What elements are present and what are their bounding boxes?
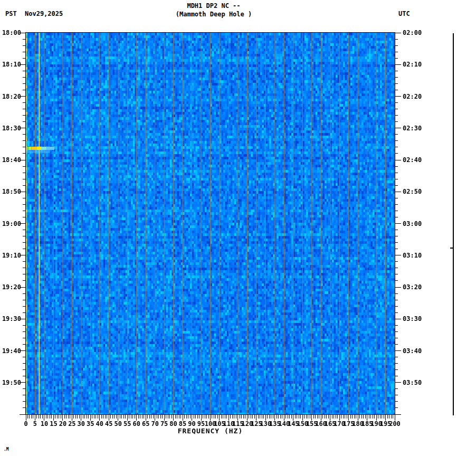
x-axis-tick <box>205 415 205 419</box>
x-axis-tick <box>29 415 30 419</box>
x-axis-tick <box>306 415 307 419</box>
x-axis-tick <box>168 415 168 419</box>
x-axis-label-hz: 60 <box>132 421 140 427</box>
x-axis-tick <box>169 415 170 419</box>
y-axis-tick-left <box>23 261 26 262</box>
x-axis-tick <box>273 415 273 419</box>
x-axis-tick <box>251 415 251 419</box>
x-axis-tick <box>387 415 388 419</box>
y-axis-tick-right <box>395 204 398 205</box>
y-axis-tick-left <box>23 52 26 52</box>
x-axis-label-hz: 70 <box>151 421 158 427</box>
x-axis-tick <box>190 415 191 419</box>
x-axis-tick <box>245 415 245 419</box>
x-axis-tick <box>135 415 135 419</box>
x-axis-tick <box>236 415 236 419</box>
y-axis-tick-right <box>395 280 398 281</box>
y-axis-tick-right <box>395 230 398 230</box>
y-axis-label-pst: 18:50 <box>0 188 21 195</box>
x-axis-tick <box>336 415 336 419</box>
x-axis-label-hz: 80 <box>169 421 177 427</box>
amplitude-trace-notch <box>450 248 453 249</box>
y-axis-tick-left <box>23 331 26 332</box>
x-axis-tick <box>50 415 50 419</box>
x-axis-tick <box>269 415 270 419</box>
y-axis-tick-right <box>395 64 401 65</box>
y-axis-tick-left <box>23 71 26 71</box>
y-axis-tick-right <box>395 211 398 211</box>
x-axis-tick <box>114 415 115 419</box>
x-axis-tick <box>107 415 107 419</box>
y-axis-tick-right <box>395 39 398 40</box>
x-axis-tick <box>267 415 268 419</box>
y-axis-label-pst: 19:10 <box>0 252 21 259</box>
x-axis-tick <box>87 415 87 419</box>
x-axis-tick <box>310 415 310 419</box>
x-axis-tick <box>332 415 332 419</box>
y-axis-tick-right <box>395 338 398 338</box>
y-axis-tick-left <box>23 121 26 122</box>
y-axis-tick-left <box>23 90 26 90</box>
y-axis-tick-right <box>395 306 398 307</box>
y-axis-label-utc: 02:00 <box>403 30 422 36</box>
x-axis-tick <box>225 415 225 419</box>
x-axis-tick <box>288 415 288 419</box>
y-axis-tick-right <box>395 344 398 345</box>
x-axis-tick <box>31 415 32 419</box>
y-axis-tick-right <box>395 153 398 154</box>
x-axis-tick <box>260 415 260 419</box>
y-axis-label-utc: 02:10 <box>403 61 422 68</box>
y-axis-tick-left <box>23 357 26 357</box>
x-axis-tick <box>217 415 218 419</box>
x-axis-tick <box>326 415 327 419</box>
y-axis-tick-right <box>395 147 398 147</box>
y-axis-tick-left <box>23 388 26 389</box>
x-axis-tick <box>208 415 209 419</box>
y-axis-tick-right <box>395 325 398 326</box>
x-axis-tick <box>112 415 113 419</box>
x-axis-label-hz: 50 <box>115 421 122 427</box>
x-axis-tick <box>382 415 382 419</box>
spectrogram-canvas <box>26 33 395 414</box>
y-axis-tick-left <box>23 312 26 313</box>
x-axis-tick <box>319 415 319 419</box>
x-axis-label-hz: 15 <box>50 421 57 427</box>
x-axis-tick <box>186 415 187 419</box>
x-axis-tick <box>131 415 131 419</box>
x-axis-tick <box>79 415 80 419</box>
x-axis-label-hz: 200 <box>389 421 401 427</box>
spectrogram-page: PST Nov29,2025 UTC MDH1 DP2 NC -- (Mammo… <box>0 0 476 456</box>
y-axis-tick-right <box>395 217 398 217</box>
page-subtitle: (Mammoth Deep Hole ) <box>0 10 427 18</box>
x-axis-tick <box>317 415 318 419</box>
y-axis-label-pst: 18:30 <box>0 125 21 131</box>
y-axis-tick-left <box>23 268 26 268</box>
y-axis-tick-left <box>23 109 26 109</box>
x-axis-tick <box>162 415 163 419</box>
x-axis-tick <box>226 415 227 419</box>
y-axis-tick-left <box>23 83 26 84</box>
y-axis-tick-right <box>395 128 401 128</box>
y-axis-tick-right <box>395 369 398 370</box>
y-axis-label-utc: 02:50 <box>403 188 422 195</box>
x-axis-tick <box>180 415 181 419</box>
y-axis-tick-right <box>395 255 401 255</box>
y-axis-tick-left <box>23 300 26 300</box>
x-axis-tick <box>129 415 129 419</box>
y-axis-tick-left <box>23 45 26 46</box>
y-axis-tick-left <box>23 77 26 78</box>
y-axis-tick-left <box>23 217 26 217</box>
x-axis-tick <box>175 415 176 419</box>
y-axis-tick-right <box>395 192 401 192</box>
spectrogram-plot-frame <box>25 32 395 415</box>
y-axis-label-utc: 03:40 <box>403 348 422 354</box>
x-axis-label-hz: 30 <box>78 421 85 427</box>
x-axis-tick <box>147 415 148 419</box>
x-axis-tick <box>140 415 140 419</box>
x-axis-label-hz: 0 <box>24 421 27 427</box>
y-axis-tick-left <box>23 242 26 243</box>
x-axis-tick <box>121 415 122 419</box>
y-axis-tick-right <box>395 357 398 357</box>
y-axis-tick-left <box>23 147 26 147</box>
y-axis-tick-right <box>395 268 398 268</box>
